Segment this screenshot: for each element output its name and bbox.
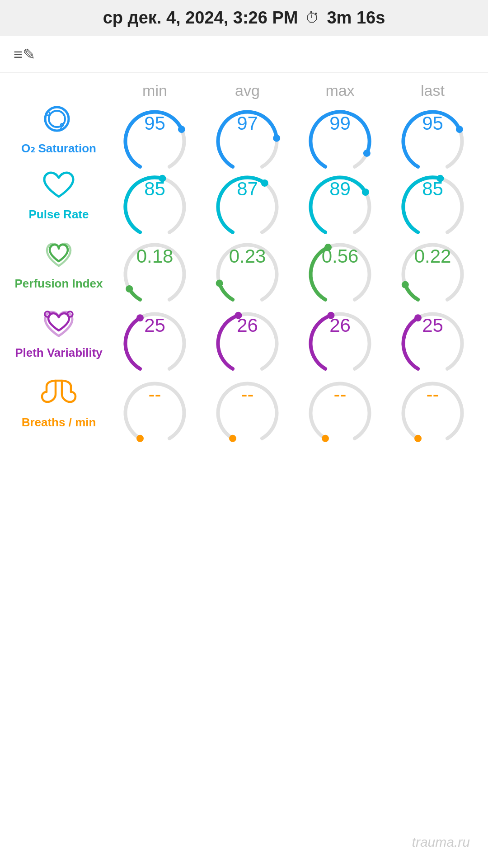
watermark: trauma.ru	[412, 835, 470, 850]
metric-row-pleth: Pleth Variability 25 26 2	[9, 304, 479, 360]
gauge-breaths: --	[395, 376, 470, 428]
svg-point-15	[402, 281, 409, 288]
svg-point-26	[414, 434, 422, 442]
main-content: min avg max last 2 O₂ Saturation 95	[0, 73, 488, 452]
metric-label-breaths: Breaths / min	[9, 374, 108, 429]
col-max: max	[294, 82, 386, 99]
clock-icon: ⏱	[305, 9, 319, 26]
o2-name: O₂ Saturation	[21, 142, 96, 156]
gauge-pulse: 85	[395, 170, 470, 222]
gauge-cell-perfusion-avg: 0.23	[201, 237, 294, 289]
col-last: last	[386, 82, 479, 99]
gauge-breaths: --	[303, 376, 377, 428]
gauge-perfusion: 0.18	[117, 237, 192, 289]
gauge-cell-breaths-max: --	[294, 376, 386, 428]
gauge-cell-perfusion-max: 0.56	[294, 237, 386, 289]
gauge-value: 87	[237, 178, 258, 200]
gauge-value: 0.56	[322, 245, 359, 267]
toolbar: ≡✎	[0, 36, 488, 73]
o2-icon: 2	[41, 104, 77, 138]
gauge-o2: 99	[303, 104, 377, 156]
gauge-value: 95	[422, 113, 443, 134]
gauge-cell-o2-avg: 97	[201, 104, 294, 156]
gauge-breaths: --	[117, 376, 192, 428]
metric-row-breaths: Breaths / min -- -- --	[9, 374, 479, 429]
gauge-cell-pleth-last: 25	[386, 306, 479, 358]
gauge-value: 0.22	[414, 245, 451, 267]
svg-point-24	[229, 434, 236, 442]
duration-text: 3m 16s	[327, 8, 385, 28]
gauge-cell-o2-last: 95	[386, 104, 479, 156]
gauge-pleth: 26	[210, 306, 285, 358]
gauge-cell-pulse-last: 85	[386, 170, 479, 222]
gauge-value: 0.23	[229, 245, 266, 267]
gauge-perfusion: 0.56	[303, 237, 377, 289]
pulse-name: Pulse Rate	[29, 208, 89, 222]
gauge-cell-o2-min: 95	[108, 104, 201, 156]
metric-label-perfusion: Perfusion Index	[9, 235, 108, 291]
gauge-pulse: 89	[303, 170, 377, 222]
gauge-cell-o2-max: 99	[294, 104, 386, 156]
gauge-cell-pulse-avg: 87	[201, 170, 294, 222]
gauge-value: 85	[144, 178, 165, 200]
svg-point-12	[126, 285, 133, 292]
pleth-name: Pleth Variability	[15, 346, 103, 360]
svg-point-5	[273, 135, 280, 142]
svg-point-23	[136, 434, 144, 442]
gauge-cell-perfusion-min: 0.18	[108, 237, 201, 289]
pleth-icon	[38, 304, 79, 342]
edit-list-icon[interactable]: ≡✎	[14, 45, 35, 63]
gauge-cell-breaths-avg: --	[201, 376, 294, 428]
status-bar: ср дек. 4, 2024, 3:26 PM ⏱ 3m 16s	[0, 0, 488, 36]
breaths-icon	[38, 374, 79, 412]
gauge-value: 26	[329, 315, 351, 336]
col-min: min	[108, 82, 201, 99]
column-headers: min avg max last	[9, 82, 479, 99]
gauge-perfusion: 0.22	[395, 237, 470, 289]
gauge-pulse: 87	[210, 170, 285, 222]
svg-point-18	[136, 315, 144, 322]
gauge-cell-pulse-min: 85	[108, 170, 201, 222]
col-avg: avg	[201, 82, 294, 99]
svg-point-9	[261, 179, 268, 187]
gauge-o2: 95	[395, 104, 470, 156]
gauge-value: 0.18	[136, 245, 174, 267]
gauge-cell-pleth-min: 25	[108, 306, 201, 358]
gauge-breaths: --	[210, 376, 285, 428]
gauge-o2: 97	[210, 104, 285, 156]
metrics-container: 2 O₂ Saturation 95 97	[9, 104, 479, 429]
gauge-cell-breaths-min: --	[108, 376, 201, 428]
gauge-cell-pleth-avg: 26	[201, 306, 294, 358]
gauge-cell-breaths-last: --	[386, 376, 479, 428]
gauge-cell-perfusion-last: 0.22	[386, 237, 479, 289]
gauge-pleth: 25	[117, 306, 192, 358]
gauge-value: 26	[237, 315, 258, 336]
gauge-value: 99	[329, 113, 351, 134]
gauge-value: --	[149, 384, 161, 406]
svg-point-21	[414, 315, 422, 322]
gauge-pleth: 25	[395, 306, 470, 358]
perfusion-icon	[41, 235, 77, 273]
metric-row-perfusion: Perfusion Index 0.18 0.23	[9, 235, 479, 291]
gauge-pulse: 85	[117, 170, 192, 222]
metric-label-pulse: Pulse Rate	[9, 170, 108, 222]
metric-row-pulse: Pulse Rate 85 87 89	[9, 170, 479, 222]
svg-point-6	[363, 150, 371, 157]
metric-label-pleth: Pleth Variability	[9, 304, 108, 360]
date-text: ср дек. 4, 2024, 3:26 PM	[103, 8, 298, 28]
pulse-icon	[41, 170, 77, 204]
gauge-value: 25	[422, 315, 443, 336]
gauge-value: 97	[237, 113, 258, 134]
metric-row-o2: 2 O₂ Saturation 95 97	[9, 104, 479, 156]
svg-point-25	[322, 434, 329, 442]
gauge-value: --	[427, 384, 439, 406]
perfusion-name: Perfusion Index	[14, 277, 103, 291]
gauge-perfusion: 0.23	[210, 237, 285, 289]
svg-text:2: 2	[60, 121, 65, 131]
svg-point-13	[216, 280, 223, 287]
breaths-name: Breaths / min	[22, 415, 96, 429]
svg-point-10	[362, 189, 369, 196]
gauge-value: 85	[422, 178, 443, 200]
gauge-pleth: 26	[303, 306, 377, 358]
gauge-cell-pleth-max: 26	[294, 306, 386, 358]
